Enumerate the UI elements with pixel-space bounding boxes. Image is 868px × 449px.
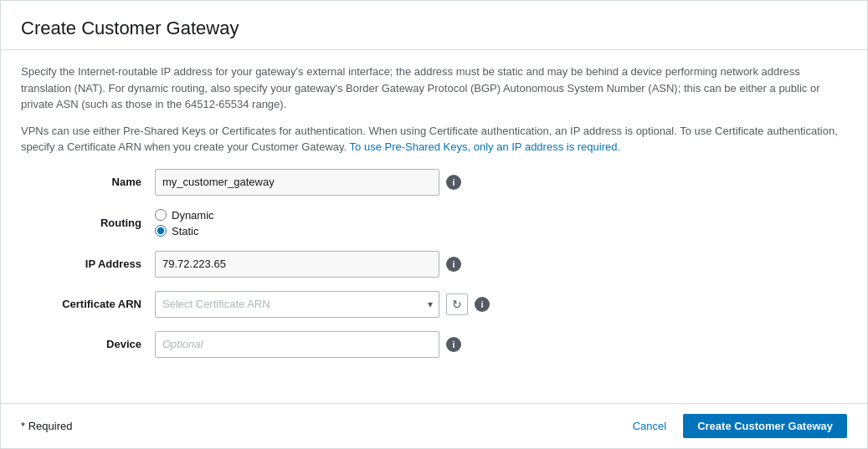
ip-address-label: IP Address: [21, 258, 155, 270]
routing-label: Routing: [21, 217, 155, 229]
routing-static-label[interactable]: Static: [155, 225, 214, 237]
name-row: Name i: [21, 169, 847, 196]
device-row: Device i: [21, 331, 847, 358]
name-input[interactable]: [155, 169, 439, 196]
modal-body: Specify the Internet-routable IP address…: [1, 50, 867, 403]
pre-shared-keys-link[interactable]: To use Pre-Shared Keys, only an IP addre…: [350, 140, 621, 153]
device-label: Device: [21, 338, 155, 350]
routing-static-radio[interactable]: [155, 225, 167, 237]
device-control-wrapper: i: [155, 331, 461, 358]
certificate-arn-row: Certificate ARN Select Certificate ARN ▾…: [21, 291, 847, 318]
certificate-arn-select-wrapper: Select Certificate ARN ▾: [155, 291, 439, 318]
name-info-icon[interactable]: i: [446, 175, 461, 190]
ip-address-row: IP Address i: [21, 251, 847, 278]
certificate-arn-select[interactable]: Select Certificate ARN: [155, 291, 439, 318]
refresh-icon[interactable]: ↻: [446, 293, 468, 315]
description-para2: VPNs can use either Pre-Shared Keys or C…: [21, 123, 847, 156]
routing-control-wrapper: Dynamic Static: [155, 209, 214, 237]
certificate-arn-control-wrapper: Select Certificate ARN ▾ ↻ i: [155, 291, 490, 318]
routing-static-text: Static: [172, 225, 199, 237]
name-control-wrapper: i: [155, 169, 461, 196]
ip-address-control-wrapper: i: [155, 251, 461, 278]
create-customer-gateway-button[interactable]: Create Customer Gateway: [683, 414, 847, 438]
routing-dynamic-radio[interactable]: [155, 209, 167, 221]
cancel-button[interactable]: Cancel: [623, 415, 676, 437]
certificate-arn-label: Certificate ARN: [21, 298, 155, 310]
modal-footer: * Required Cancel Create Customer Gatewa…: [1, 403, 867, 448]
name-label: Name: [21, 176, 155, 188]
routing-dynamic-label[interactable]: Dynamic: [155, 209, 214, 222]
routing-dynamic-text: Dynamic: [172, 209, 214, 222]
modal-header: Create Customer Gateway: [1, 1, 867, 50]
ip-address-info-icon[interactable]: i: [446, 257, 461, 272]
required-note: * Required: [21, 420, 72, 432]
description-para1: Specify the Internet-routable IP address…: [21, 64, 847, 113]
ip-address-input[interactable]: [155, 251, 439, 278]
certificate-arn-info-icon[interactable]: i: [475, 297, 490, 312]
device-info-icon[interactable]: i: [446, 337, 461, 352]
page-title: Create Customer Gateway: [21, 18, 847, 39]
routing-group: Dynamic Static: [155, 209, 214, 237]
footer-buttons: Cancel Create Customer Gateway: [623, 414, 847, 438]
modal-container: Create Customer Gateway Specify the Inte…: [0, 0, 868, 449]
device-input[interactable]: [155, 331, 439, 358]
form-section: Name i Routing Dynamic: [21, 169, 847, 358]
routing-row: Routing Dynamic Static: [21, 209, 847, 237]
